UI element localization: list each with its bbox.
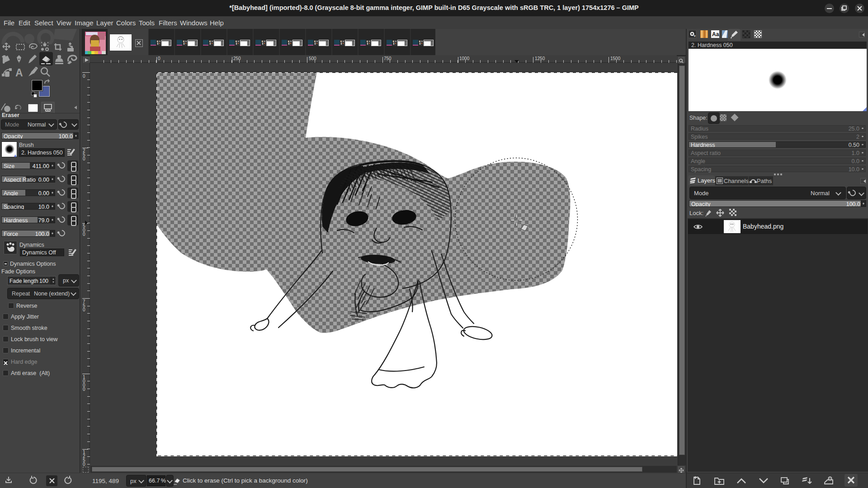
svg-text:Aa: Aa [712,31,719,38]
svg-text:+: + [693,34,696,38]
svg-text:A: A [15,67,23,78]
